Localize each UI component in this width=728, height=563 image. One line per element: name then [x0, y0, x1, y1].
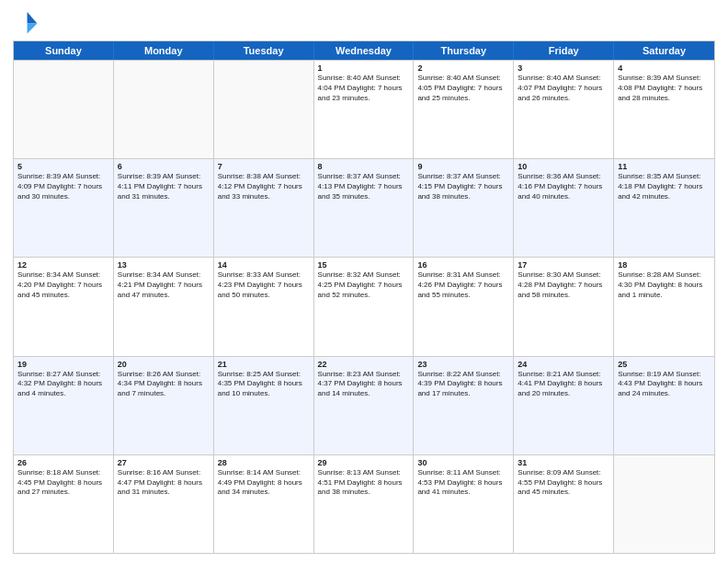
day-number: 17	[518, 260, 609, 270]
day-number: 27	[118, 458, 210, 467]
day-cell-26: 26Sunrise: 8:18 AM Sunset: 4:45 PM Dayli…	[14, 455, 114, 553]
day-number: 11	[618, 162, 711, 171]
day-number: 18	[618, 260, 711, 270]
day-number: 29	[318, 458, 410, 467]
empty-cell	[114, 61, 214, 158]
week-row-5: 26Sunrise: 8:18 AM Sunset: 4:45 PM Dayli…	[14, 454, 714, 553]
day-header-friday: Friday	[514, 41, 614, 60]
day-info: Sunrise: 8:34 AM Sunset: 4:20 PM Dayligh…	[17, 270, 109, 300]
week-row-4: 19Sunrise: 8:27 AM Sunset: 4:32 PM Dayli…	[14, 356, 714, 454]
day-info: Sunrise: 8:18 AM Sunset: 4:45 PM Dayligh…	[17, 468, 109, 498]
day-cell-3: 3Sunrise: 8:40 AM Sunset: 4:07 PM Daylig…	[514, 61, 614, 158]
day-number: 14	[218, 260, 310, 270]
day-cell-19: 19Sunrise: 8:27 AM Sunset: 4:32 PM Dayli…	[14, 357, 114, 454]
day-cell-6: 6Sunrise: 8:39 AM Sunset: 4:11 PM Daylig…	[114, 159, 214, 257]
day-info: Sunrise: 8:11 AM Sunset: 4:53 PM Dayligh…	[417, 468, 509, 498]
day-info: Sunrise: 8:39 AM Sunset: 4:08 PM Dayligh…	[618, 74, 711, 103]
day-cell-11: 11Sunrise: 8:35 AM Sunset: 4:18 PM Dayli…	[614, 159, 714, 257]
day-number: 25	[618, 360, 711, 369]
page: SundayMondayTuesdayWednesdayThursdayFrid…	[0, 0, 728, 563]
day-cell-12: 12Sunrise: 8:34 AM Sunset: 4:20 PM Dayli…	[14, 258, 114, 355]
day-header-monday: Monday	[114, 41, 214, 60]
day-info: Sunrise: 8:37 AM Sunset: 4:13 PM Dayligh…	[318, 172, 410, 201]
day-cell-1: 1Sunrise: 8:40 AM Sunset: 4:04 PM Daylig…	[314, 61, 415, 158]
day-number: 23	[417, 360, 509, 369]
day-number: 19	[17, 360, 109, 369]
day-info: Sunrise: 8:16 AM Sunset: 4:47 PM Dayligh…	[118, 468, 210, 498]
logo-icon	[13, 9, 39, 35]
day-cell-27: 27Sunrise: 8:16 AM Sunset: 4:47 PM Dayli…	[114, 455, 214, 553]
day-header-saturday: Saturday	[614, 41, 714, 60]
svg-marker-1	[28, 24, 38, 34]
day-cell-13: 13Sunrise: 8:34 AM Sunset: 4:21 PM Dayli…	[114, 258, 214, 355]
day-info: Sunrise: 8:19 AM Sunset: 4:43 PM Dayligh…	[618, 370, 711, 399]
day-info: Sunrise: 8:38 AM Sunset: 4:12 PM Dayligh…	[218, 172, 310, 201]
day-number: 15	[318, 260, 410, 270]
day-cell-30: 30Sunrise: 8:11 AM Sunset: 4:53 PM Dayli…	[414, 455, 514, 553]
day-header-thursday: Thursday	[414, 41, 514, 60]
day-cell-7: 7Sunrise: 8:38 AM Sunset: 4:12 PM Daylig…	[214, 159, 314, 257]
day-info: Sunrise: 8:23 AM Sunset: 4:37 PM Dayligh…	[318, 370, 410, 399]
day-cell-14: 14Sunrise: 8:33 AM Sunset: 4:23 PM Dayli…	[214, 258, 314, 355]
day-cell-31: 31Sunrise: 8:09 AM Sunset: 4:55 PM Dayli…	[514, 455, 614, 553]
day-info: Sunrise: 8:40 AM Sunset: 4:07 PM Dayligh…	[518, 74, 609, 103]
day-number: 30	[417, 458, 509, 467]
day-number: 21	[218, 360, 310, 369]
header	[13, 9, 715, 35]
day-cell-5: 5Sunrise: 8:39 AM Sunset: 4:09 PM Daylig…	[14, 159, 114, 257]
day-cell-24: 24Sunrise: 8:21 AM Sunset: 4:41 PM Dayli…	[514, 357, 614, 454]
day-number: 12	[17, 260, 109, 270]
day-cell-15: 15Sunrise: 8:32 AM Sunset: 4:25 PM Dayli…	[314, 258, 415, 355]
day-info: Sunrise: 8:40 AM Sunset: 4:05 PM Dayligh…	[417, 74, 509, 103]
day-number: 13	[118, 260, 210, 270]
day-cell-4: 4Sunrise: 8:39 AM Sunset: 4:08 PM Daylig…	[614, 61, 714, 158]
week-row-2: 5Sunrise: 8:39 AM Sunset: 4:09 PM Daylig…	[14, 158, 714, 257]
day-number: 5	[17, 162, 109, 171]
day-info: Sunrise: 8:35 AM Sunset: 4:18 PM Dayligh…	[618, 172, 711, 201]
day-number: 20	[118, 360, 210, 369]
day-info: Sunrise: 8:30 AM Sunset: 4:28 PM Dayligh…	[518, 270, 609, 300]
day-cell-17: 17Sunrise: 8:30 AM Sunset: 4:28 PM Dayli…	[514, 258, 614, 355]
day-info: Sunrise: 8:34 AM Sunset: 4:21 PM Dayligh…	[118, 270, 210, 300]
day-header-wednesday: Wednesday	[314, 41, 415, 60]
day-number: 28	[218, 458, 310, 467]
day-info: Sunrise: 8:39 AM Sunset: 4:09 PM Dayligh…	[17, 172, 109, 201]
day-info: Sunrise: 8:37 AM Sunset: 4:15 PM Dayligh…	[417, 172, 509, 201]
day-cell-9: 9Sunrise: 8:37 AM Sunset: 4:15 PM Daylig…	[414, 159, 514, 257]
day-number: 1	[318, 63, 410, 73]
day-info: Sunrise: 8:33 AM Sunset: 4:23 PM Dayligh…	[218, 270, 310, 300]
day-number: 8	[318, 162, 410, 171]
day-cell-20: 20Sunrise: 8:26 AM Sunset: 4:34 PM Dayli…	[114, 357, 214, 454]
week-row-3: 12Sunrise: 8:34 AM Sunset: 4:20 PM Dayli…	[14, 257, 714, 355]
day-header-tuesday: Tuesday	[214, 41, 314, 60]
empty-cell	[14, 61, 114, 158]
logo	[13, 9, 42, 35]
day-info: Sunrise: 8:39 AM Sunset: 4:11 PM Dayligh…	[118, 172, 210, 201]
day-number: 2	[417, 63, 509, 73]
day-number: 4	[618, 63, 711, 73]
day-header-sunday: Sunday	[14, 41, 114, 60]
day-info: Sunrise: 8:32 AM Sunset: 4:25 PM Dayligh…	[318, 270, 410, 300]
day-cell-28: 28Sunrise: 8:14 AM Sunset: 4:49 PM Dayli…	[214, 455, 314, 553]
day-number: 22	[318, 360, 410, 369]
day-number: 16	[417, 260, 509, 270]
svg-marker-0	[28, 12, 38, 23]
day-number: 9	[417, 162, 509, 171]
day-cell-10: 10Sunrise: 8:36 AM Sunset: 4:16 PM Dayli…	[514, 159, 614, 257]
day-info: Sunrise: 8:36 AM Sunset: 4:16 PM Dayligh…	[518, 172, 609, 201]
day-cell-2: 2Sunrise: 8:40 AM Sunset: 4:05 PM Daylig…	[414, 61, 514, 158]
week-row-1: 1Sunrise: 8:40 AM Sunset: 4:04 PM Daylig…	[14, 60, 714, 158]
day-cell-8: 8Sunrise: 8:37 AM Sunset: 4:13 PM Daylig…	[314, 159, 415, 257]
day-number: 7	[218, 162, 310, 171]
day-number: 3	[518, 63, 609, 73]
empty-cell	[614, 455, 714, 553]
empty-cell	[214, 61, 314, 158]
day-cell-18: 18Sunrise: 8:28 AM Sunset: 4:30 PM Dayli…	[614, 258, 714, 355]
day-cell-29: 29Sunrise: 8:13 AM Sunset: 4:51 PM Dayli…	[314, 455, 415, 553]
day-info: Sunrise: 8:13 AM Sunset: 4:51 PM Dayligh…	[318, 468, 410, 498]
day-info: Sunrise: 8:27 AM Sunset: 4:32 PM Dayligh…	[17, 370, 109, 399]
day-headers: SundayMondayTuesdayWednesdayThursdayFrid…	[14, 41, 714, 60]
day-info: Sunrise: 8:09 AM Sunset: 4:55 PM Dayligh…	[518, 468, 609, 498]
day-info: Sunrise: 8:25 AM Sunset: 4:35 PM Dayligh…	[218, 370, 310, 399]
day-info: Sunrise: 8:28 AM Sunset: 4:30 PM Dayligh…	[618, 270, 711, 300]
